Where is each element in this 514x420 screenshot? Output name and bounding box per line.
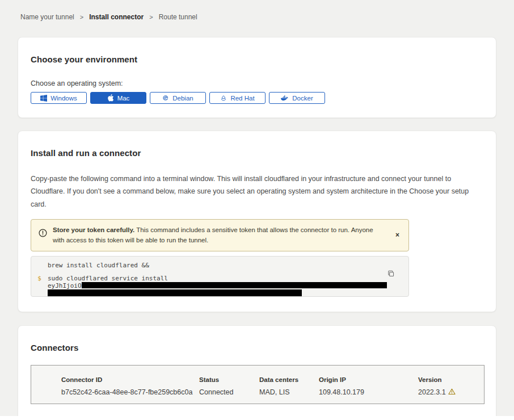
connector-card-title: Install and run a connector — [31, 148, 483, 158]
bottom-strip — [0, 416, 514, 420]
os-button-mac[interactable]: Mac — [90, 92, 146, 104]
code-line-2: $ sudo cloudflared service install — [31, 275, 408, 282]
os-button-group: Windows Mac Debian Red Hat Docker — [31, 92, 483, 104]
os-button-redhat[interactable]: Red Hat — [209, 92, 266, 104]
token-prefix: eyJhIjoiO — [48, 282, 82, 289]
environment-card-title: Choose your environment — [31, 54, 483, 64]
choose-environment-card: Choose your environment Choose an operat… — [18, 37, 496, 118]
header-origin-ip: Origin IP — [319, 376, 418, 383]
connector-card-description: Copy-paste the following command into a … — [31, 173, 483, 211]
breadcrumb-install-connector[interactable]: Install connector — [89, 13, 144, 21]
column-connector-id: Connector ID b7c52c42-6caa-48ee-8c77-fbe… — [61, 376, 199, 404]
redaction-bar — [82, 282, 387, 288]
banner-close-icon[interactable]: × — [393, 230, 402, 240]
column-version: Version 2022.3.1 — [418, 376, 481, 404]
connectors-table: Connector ID b7c52c42-6caa-48ee-8c77-fbe… — [31, 365, 484, 404]
breadcrumb-name-your-tunnel[interactable]: Name your tunnel — [20, 13, 74, 21]
cell-connector-id: b7c52c42-6caa-48ee-8c77-fbe259cb6c0a — [61, 388, 199, 396]
header-version: Version — [418, 376, 481, 383]
code-line-token-2 — [31, 289, 408, 297]
breadcrumb-separator: > — [149, 14, 153, 20]
redaction-bar — [48, 289, 302, 296]
windows-icon — [40, 95, 47, 102]
alert-circle-icon — [39, 229, 47, 240]
install-connector-card: Install and run a connector Copy-paste t… — [18, 131, 496, 312]
header-connector-id: Connector ID — [61, 376, 199, 383]
column-origin-ip: Origin IP 109.48.10.179 — [319, 376, 418, 404]
shell-prompt: $ — [31, 275, 48, 282]
breadcrumb-route-tunnel[interactable]: Route tunnel — [159, 13, 197, 21]
status-badge: Connected — [199, 388, 259, 396]
header-status: Status — [199, 376, 259, 383]
cell-version: 2022.3.1 — [418, 388, 446, 396]
redhat-icon — [220, 95, 227, 102]
code-line-1: brew install cloudflared && — [31, 262, 408, 269]
column-status: Status Connected — [199, 376, 259, 404]
debian-icon — [162, 95, 169, 102]
breadcrumb: Name your tunnel > Install connector > R… — [0, 0, 514, 21]
breadcrumb-separator: > — [80, 14, 83, 20]
os-select-label: Choose an operating system: — [31, 79, 483, 87]
apple-icon — [107, 94, 114, 102]
warning-message: Store your token carefully. This command… — [53, 225, 379, 246]
column-data-centers: Data centers MAD, LIS — [259, 376, 319, 404]
header-data-centers: Data centers — [259, 376, 319, 383]
copy-icon[interactable] — [387, 270, 395, 279]
cell-origin-ip: 109.48.10.179 — [319, 388, 418, 396]
install-command-codeblock: brew install cloudflared && $ sudo cloud… — [31, 256, 409, 297]
token-warning-banner: Store your token carefully. This command… — [31, 219, 409, 251]
code-line-token: eyJhIjoiO — [31, 282, 408, 289]
cell-data-centers: MAD, LIS — [259, 388, 319, 396]
os-button-windows[interactable]: Windows — [31, 92, 87, 104]
docker-icon — [281, 95, 289, 102]
connectors-card: Connectors Connector ID b7c52c42-6caa-48… — [18, 325, 496, 420]
version-warning-icon — [448, 388, 456, 397]
os-button-docker[interactable]: Docker — [269, 92, 325, 104]
connectors-card-title: Connectors — [31, 343, 483, 352]
os-button-debian[interactable]: Debian — [150, 92, 206, 104]
